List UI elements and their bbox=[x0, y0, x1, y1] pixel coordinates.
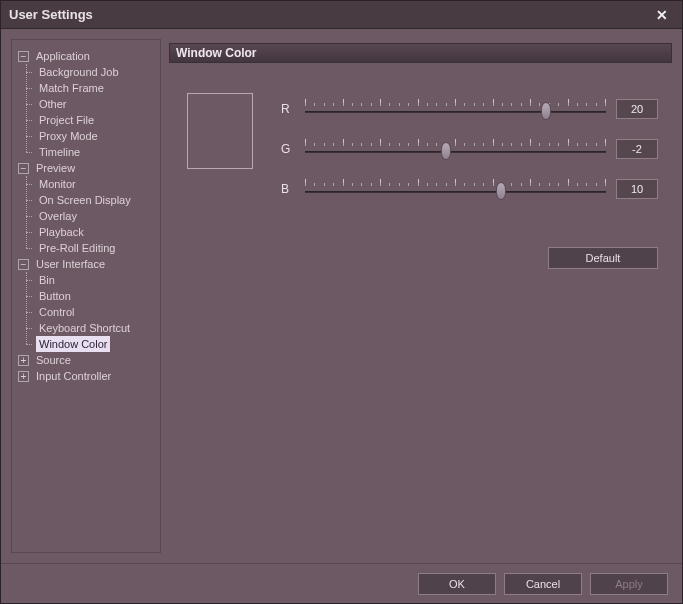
tree-item-label[interactable]: Background Job bbox=[36, 64, 122, 80]
tree-item[interactable]: Other bbox=[16, 96, 156, 112]
value-g[interactable]: -2 bbox=[616, 139, 658, 159]
close-icon[interactable]: ✕ bbox=[650, 5, 674, 25]
tree-item-label[interactable]: Project File bbox=[36, 112, 97, 128]
tree-label[interactable]: Source bbox=[33, 352, 74, 368]
slider-thumb-b[interactable] bbox=[496, 182, 506, 200]
tree-item[interactable]: Project File bbox=[16, 112, 156, 128]
titlebar: User Settings ✕ bbox=[1, 1, 682, 29]
value-r[interactable]: 20 bbox=[616, 99, 658, 119]
slider-g[interactable] bbox=[305, 139, 606, 159]
tree-node-preview[interactable]: −Preview bbox=[16, 160, 156, 176]
channel-label-r: R bbox=[281, 102, 295, 116]
settings-window: User Settings ✕ −ApplicationBackground J… bbox=[0, 0, 683, 604]
tree-item[interactable]: Proxy Mode bbox=[16, 128, 156, 144]
tree-item[interactable]: Button bbox=[16, 288, 156, 304]
tree-label[interactable]: Application bbox=[33, 48, 93, 64]
tree-item[interactable]: Bin bbox=[16, 272, 156, 288]
value-b[interactable]: 10 bbox=[616, 179, 658, 199]
channel-label-b: B bbox=[281, 182, 295, 196]
tree-item[interactable]: Keyboard Shortcut bbox=[16, 320, 156, 336]
tree-item-label[interactable]: Button bbox=[36, 288, 74, 304]
ok-button[interactable]: OK bbox=[418, 573, 496, 595]
channel-label-g: G bbox=[281, 142, 295, 156]
minus-box-icon[interactable]: − bbox=[18, 163, 29, 174]
tree-item-label[interactable]: Keyboard Shortcut bbox=[36, 320, 133, 336]
tree-item-label[interactable]: Proxy Mode bbox=[36, 128, 101, 144]
color-swatch bbox=[187, 93, 253, 169]
tree-item[interactable]: Timeline bbox=[16, 144, 156, 160]
tree-label[interactable]: Input Controller bbox=[33, 368, 114, 384]
slider-b[interactable] bbox=[305, 179, 606, 199]
default-button[interactable]: Default bbox=[548, 247, 658, 269]
tree-item-label[interactable]: Overlay bbox=[36, 208, 80, 224]
slider-row-g: G -2 bbox=[281, 139, 658, 159]
tree-node-input_controller[interactable]: +Input Controller bbox=[16, 368, 156, 384]
tree-item-label[interactable]: Monitor bbox=[36, 176, 79, 192]
tree-item[interactable]: Pre-Roll Editing bbox=[16, 240, 156, 256]
tree-item[interactable]: Window Color bbox=[16, 336, 156, 352]
plus-box-icon[interactable]: + bbox=[18, 355, 29, 366]
tree-item-label[interactable]: Control bbox=[36, 304, 77, 320]
tree-label[interactable]: Preview bbox=[33, 160, 78, 176]
settings-tree-panel: −ApplicationBackground JobMatch FrameOth… bbox=[11, 39, 161, 553]
tree-item[interactable]: Control bbox=[16, 304, 156, 320]
slider-thumb-r[interactable] bbox=[541, 102, 551, 120]
tree-item[interactable]: Monitor bbox=[16, 176, 156, 192]
tree-item[interactable]: Playback bbox=[16, 224, 156, 240]
cancel-button[interactable]: Cancel bbox=[504, 573, 582, 595]
tree-item-label[interactable]: Playback bbox=[36, 224, 87, 240]
tree-item-label[interactable]: Match Frame bbox=[36, 80, 107, 96]
window-title: User Settings bbox=[9, 7, 650, 22]
tree-item[interactable]: Match Frame bbox=[16, 80, 156, 96]
tree-label[interactable]: User Interface bbox=[33, 256, 108, 272]
plus-box-icon[interactable]: + bbox=[18, 371, 29, 382]
slider-row-b: B 10 bbox=[281, 179, 658, 199]
tree-item[interactable]: Background Job bbox=[16, 64, 156, 80]
settings-tree: −ApplicationBackground JobMatch FrameOth… bbox=[16, 48, 156, 384]
minus-box-icon[interactable]: − bbox=[18, 259, 29, 270]
tree-item-label[interactable]: Timeline bbox=[36, 144, 83, 160]
tree-item-label[interactable]: Bin bbox=[36, 272, 58, 288]
tree-node-user_interface[interactable]: −User Interface bbox=[16, 256, 156, 272]
slider-thumb-g[interactable] bbox=[441, 142, 451, 160]
tree-item-label[interactable]: Other bbox=[36, 96, 70, 112]
minus-box-icon[interactable]: − bbox=[18, 51, 29, 62]
tree-item[interactable]: Overlay bbox=[16, 208, 156, 224]
slider-r[interactable] bbox=[305, 99, 606, 119]
tree-item-label[interactable]: On Screen Display bbox=[36, 192, 134, 208]
tree-item-label[interactable]: Pre-Roll Editing bbox=[36, 240, 118, 256]
apply-button[interactable]: Apply bbox=[590, 573, 668, 595]
tree-item[interactable]: On Screen Display bbox=[16, 192, 156, 208]
tree-item-label[interactable]: Window Color bbox=[36, 336, 110, 352]
dialog-footer: OK Cancel Apply bbox=[1, 563, 682, 603]
panel-title: Window Color bbox=[169, 43, 672, 63]
tree-node-application[interactable]: −Application bbox=[16, 48, 156, 64]
tree-node-source[interactable]: +Source bbox=[16, 352, 156, 368]
slider-row-r: R 20 bbox=[281, 99, 658, 119]
